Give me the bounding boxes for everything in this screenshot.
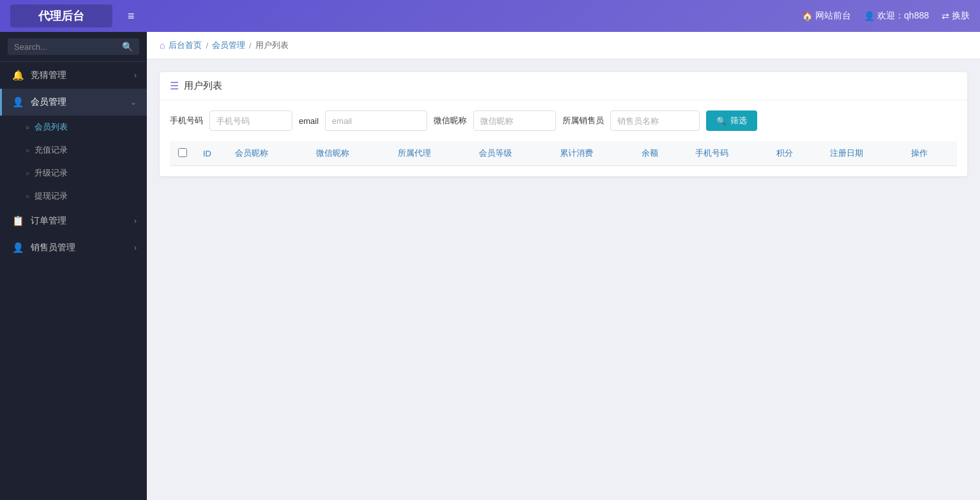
order-label: 订单管理 [31, 215, 134, 227]
member-icon: 👤 [12, 96, 24, 108]
filter-search-icon: 🔍 [716, 116, 727, 126]
card-header: ☰ 用户列表 [160, 72, 967, 100]
col-phone: 手机号码 [688, 141, 769, 166]
brand-title: 代理后台 [10, 4, 112, 27]
card-body: 手机号码 email 微信昵称 所属销售员 🔍 筛选 [160, 100, 967, 176]
seller-input[interactable] [610, 110, 700, 131]
member-chevron-icon: ⌄ [130, 98, 137, 107]
col-cumulative: 累计消费 [552, 141, 633, 166]
upgrade-dot-icon: ○ [26, 170, 29, 177]
website-front-label: 网站前台 [815, 10, 851, 22]
competition-icon: 🔔 [12, 70, 24, 81]
col-id: ID [195, 141, 227, 166]
sidebar-sub-member-list[interactable]: ○ 会员列表 [0, 116, 147, 139]
user-table: ID 会员昵称 微信昵称 所属代理 [170, 141, 957, 166]
sidebar: 🔍 🔔 竞猜管理 › 👤 会员管理 ⌄ ○ 会员列表 ○ [0, 32, 147, 500]
sidebar-item-sales[interactable]: 👤 销售员管理 › [0, 234, 147, 261]
col-level: 会员等级 [471, 141, 552, 166]
breadcrumb-sep1: / [206, 41, 208, 50]
breadcrumb-member-link[interactable]: 会员管理 [212, 40, 245, 51]
wechat-input[interactable] [473, 110, 556, 131]
header-right: 🏠 网站前台 👤 欢迎：qh888 ⇄ 换肤 [802, 10, 970, 22]
swap-icon: ⇄ [942, 11, 949, 21]
member-list-label: 会员列表 [34, 121, 68, 133]
sidebar-sub-recharge[interactable]: ○ 充值记录 [0, 139, 147, 162]
house-icon: 🏠 [802, 11, 813, 21]
competition-chevron-icon: › [134, 71, 137, 80]
content-area: ⌂ 后台首页 / 会员管理 / 用户列表 ☰ 用户列表 手机号码 [147, 32, 980, 500]
switch-account-label: 换肤 [952, 10, 970, 22]
page-content: ☰ 用户列表 手机号码 email 微信昵称 所属销售员 [147, 59, 980, 189]
search-box: 🔍 [8, 38, 139, 55]
breadcrumb-current: 用户列表 [255, 40, 289, 51]
switch-account-button[interactable]: ⇄ 换肤 [942, 10, 970, 22]
select-all-checkbox[interactable] [178, 148, 187, 157]
sidebar-item-competition[interactable]: 🔔 竞猜管理 › [0, 62, 147, 89]
email-input[interactable] [325, 110, 427, 131]
withdrawal-label: 提现记录 [34, 190, 68, 202]
col-wechat: 微信昵称 [308, 141, 389, 166]
header-left: 代理后台 ≡ [10, 4, 140, 27]
sidebar-item-member[interactable]: 👤 会员管理 ⌄ [0, 89, 147, 116]
filter-button[interactable]: 🔍 筛选 [706, 110, 757, 131]
recharge-label: 充值记录 [34, 144, 68, 156]
email-label: email [299, 116, 319, 126]
sidebar-search-area: 🔍 [0, 32, 147, 62]
competition-label: 竞猜管理 [31, 70, 134, 81]
col-reg-date: 注册日期 [822, 141, 903, 166]
sidebar-nav: 🔔 竞猜管理 › 👤 会员管理 ⌄ ○ 会员列表 ○ 充值记录 ○ 升级记录 [0, 62, 147, 500]
top-header: 代理后台 ≡ 🏠 网站前台 👤 欢迎：qh888 ⇄ 换肤 [0, 0, 980, 32]
breadcrumb-home-link[interactable]: 后台首页 [169, 40, 202, 51]
sales-icon: 👤 [12, 242, 24, 254]
sales-chevron-icon: › [134, 243, 137, 252]
sales-label: 销售员管理 [31, 242, 134, 254]
col-points: 积分 [769, 141, 822, 166]
member-list-dot-icon: ○ [26, 124, 29, 131]
table-wrapper: ID 会员昵称 微信昵称 所属代理 [170, 141, 957, 166]
filter-row: 手机号码 email 微信昵称 所属销售员 🔍 筛选 [170, 110, 957, 131]
col-action: 操作 [903, 141, 957, 166]
order-icon: 📋 [12, 215, 24, 227]
order-chevron-icon: › [134, 216, 137, 225]
col-balance: 余额 [634, 141, 688, 166]
recharge-dot-icon: ○ [26, 147, 29, 154]
seller-label: 所属销售员 [562, 115, 604, 126]
phone-label: 手机号码 [170, 115, 203, 126]
upgrade-label: 升级记录 [34, 167, 68, 179]
phone-input[interactable] [209, 110, 292, 131]
user-list-card: ☰ 用户列表 手机号码 email 微信昵称 所属销售员 [160, 72, 967, 176]
table-header-row: ID 会员昵称 微信昵称 所属代理 [170, 141, 957, 166]
welcome-user: 👤 欢迎：qh888 [864, 10, 929, 22]
main-layout: 🔍 🔔 竞猜管理 › 👤 会员管理 ⌄ ○ 会员列表 ○ [0, 32, 980, 500]
sidebar-sub-upgrade[interactable]: ○ 升级记录 [0, 162, 147, 185]
member-label: 会员管理 [31, 96, 130, 108]
welcome-label: 欢迎：qh888 [877, 10, 929, 22]
user-icon: 👤 [864, 11, 875, 21]
col-agent: 所属代理 [390, 141, 471, 166]
website-front-link[interactable]: 🏠 网站前台 [802, 10, 851, 22]
sidebar-sub-withdrawal[interactable]: ○ 提现记录 [0, 185, 147, 208]
card-title: 用户列表 [184, 80, 222, 92]
home-icon: ⌂ [160, 40, 165, 50]
col-check [170, 141, 195, 166]
sidebar-item-order[interactable]: 📋 订单管理 › [0, 208, 147, 234]
breadcrumb-sep2: / [249, 41, 252, 50]
menu-toggle-button[interactable]: ≡ [123, 7, 140, 26]
list-icon: ☰ [170, 80, 179, 92]
search-input[interactable] [14, 42, 122, 52]
col-nickname: 会员昵称 [227, 141, 308, 166]
withdrawal-dot-icon: ○ [26, 193, 29, 200]
breadcrumb: ⌂ 后台首页 / 会员管理 / 用户列表 [147, 32, 980, 59]
wechat-label: 微信昵称 [433, 115, 467, 126]
filter-button-label: 筛选 [730, 115, 747, 126]
search-icon[interactable]: 🔍 [122, 42, 133, 52]
